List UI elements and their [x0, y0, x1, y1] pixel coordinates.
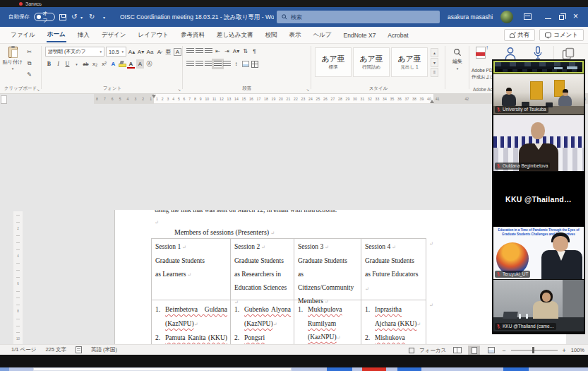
first-line-indent-marker[interactable]	[152, 95, 156, 98]
start-button[interactable]	[0, 367, 9, 371]
print-layout-button[interactable]	[468, 346, 480, 355]
zoom-level[interactable]: 100%	[571, 347, 584, 353]
zoom-out-button[interactable]: −	[502, 347, 505, 354]
taskbar-search-box[interactable]	[33, 367, 292, 371]
zoom-slider-handle[interactable]	[532, 347, 534, 353]
save-button[interactable]	[59, 14, 66, 20]
clipboard-dialog-launcher-icon[interactable]: ↘	[37, 88, 40, 92]
character-border-button[interactable]: A	[174, 48, 181, 56]
restore-button[interactable]	[559, 15, 564, 20]
undo-button[interactable]: ↺	[71, 12, 77, 22]
video-tile-tsukuba[interactable]: University of Tsukuba	[493, 74, 584, 114]
align-center-button[interactable]	[196, 59, 203, 69]
page-indicator[interactable]: 1/1 ページ	[11, 346, 36, 353]
superscript-button[interactable]: x²	[100, 59, 108, 69]
menu-tab-4[interactable]: デザイン	[101, 29, 127, 42]
editing-button[interactable]: 編集 ▾	[448, 48, 467, 71]
menu-tab-9[interactable]: 表示	[288, 29, 301, 42]
paragraph-dialog-launcher-icon[interactable]: ↘	[306, 88, 309, 92]
justify-button[interactable]	[214, 59, 222, 69]
word-count[interactable]: 225 文字	[45, 346, 66, 353]
shrink-font-button[interactable]: A▾	[137, 47, 145, 57]
taskbar-app-icon[interactable]	[362, 367, 386, 371]
zoom-slider[interactable]	[511, 350, 558, 351]
shading-button[interactable]	[241, 59, 249, 69]
comments-button[interactable]: コメント	[539, 29, 584, 41]
format-painter-button[interactable]: ✎	[25, 70, 33, 79]
styles-scroll-down-icon[interactable]: ▾	[431, 58, 438, 67]
search-box[interactable]: 検索	[277, 11, 440, 23]
menu-tab-6[interactable]: 参考資料	[180, 29, 205, 42]
adobe-pdf-icon[interactable]	[476, 47, 486, 59]
strikethrough-button[interactable]: ab	[82, 59, 90, 69]
change-case-button[interactable]: Aa	[146, 47, 154, 57]
menu-tab-2[interactable]: ホーム	[47, 28, 66, 42]
show-formatting-marks-button[interactable]: ¶	[251, 47, 258, 56]
web-layout-button[interactable]	[485, 346, 497, 355]
redo-button[interactable]: ↻	[89, 12, 95, 22]
menu-tab-8[interactable]: 校閲	[264, 29, 277, 42]
right-indent-marker[interactable]	[430, 100, 434, 103]
page-nav-icon[interactable]	[1, 95, 7, 104]
minimize-button[interactable]	[545, 18, 551, 19]
highlight-button[interactable]	[119, 61, 126, 67]
style-normal[interactable]: あア亜 標準	[315, 47, 352, 77]
style-no-spacing[interactable]: あア亜 行間詰め	[353, 47, 390, 77]
font-color-button[interactable]: A	[127, 59, 135, 69]
video-tile-teruyuki[interactable]: Education in a Time of Pandemic Through …	[493, 227, 584, 279]
read-mode-button[interactable]	[451, 346, 463, 355]
proofing-status-icon[interactable]	[76, 346, 82, 353]
align-right-button[interactable]	[205, 59, 212, 69]
enclose-characters-button[interactable]: Ⓐ	[145, 59, 153, 69]
video-tile-classroom[interactable]	[493, 61, 584, 73]
close-button[interactable]: ×	[573, 11, 578, 21]
menu-tab-3[interactable]: 挿入	[77, 29, 90, 42]
underline-caret-icon[interactable]: ▾	[73, 59, 80, 69]
quick-access-dropdown-icon[interactable]: ▾	[103, 15, 105, 20]
distribute-button[interactable]	[223, 59, 231, 69]
style-heading-1[interactable]: あア亜 見出し 1	[391, 47, 428, 77]
phonetic-guide-button[interactable]: 亜	[164, 47, 172, 57]
text-effects-button[interactable]: A	[109, 59, 117, 69]
cut-button[interactable]: ✂	[25, 47, 33, 57]
subscript-button[interactable]: x₂	[91, 59, 99, 69]
sort-button[interactable]: ⇅	[241, 47, 249, 56]
language-indicator[interactable]: 英語 (米国)	[91, 346, 117, 353]
menu-tab-11[interactable]: EndNote X7	[343, 30, 377, 41]
styles-scroll-up-icon[interactable]: ▴	[431, 48, 438, 57]
paste-button[interactable]: 貼り付け ▾	[2, 47, 23, 78]
clear-formatting-button[interactable]: A̷	[155, 47, 163, 57]
font-dialog-launcher-icon[interactable]: ↘	[178, 88, 181, 92]
autosave-toggle[interactable]: オフ	[34, 13, 55, 21]
taskbar-app-icon[interactable]	[503, 367, 529, 371]
video-tile-kku-room[interactable]: KKU @Thailand (came…	[493, 280, 584, 331]
borders-button[interactable]	[251, 59, 258, 69]
person-icon[interactable]	[504, 47, 517, 61]
menu-tab-12[interactable]: Acrobat	[387, 30, 409, 41]
italic-button[interactable]: I	[54, 59, 62, 69]
undo-dropdown-caret-icon[interactable]: ▾	[80, 15, 83, 20]
taskbar-app-icon[interactable]	[327, 367, 352, 371]
share-button[interactable]: 共有	[504, 29, 535, 41]
grow-font-button[interactable]: A▴	[128, 47, 136, 57]
video-tile-guldana[interactable]: Guldana Begimbetova	[493, 115, 584, 171]
asian-layout-button[interactable]: A▾	[232, 47, 240, 56]
increase-indent-button[interactable]: ⇥	[223, 47, 231, 56]
attach-to-review-icon[interactable]	[562, 47, 575, 60]
character-shading-button[interactable]: A	[136, 59, 144, 69]
font-name-select[interactable]: 游明朝 (本文のフ ▾	[45, 47, 104, 57]
menu-tab-10[interactable]: ヘルプ	[312, 29, 332, 42]
numbering-button[interactable]	[196, 47, 203, 56]
menu-tab-5[interactable]: レイアウト	[138, 29, 170, 42]
menu-tab-7[interactable]: 差し込み文書	[216, 29, 253, 42]
video-tile-kku-name[interactable]: KKU @Thailand…	[493, 172, 584, 226]
zoom-in-button[interactable]: +	[563, 347, 566, 354]
bullets-button[interactable]	[186, 47, 194, 56]
underline-button[interactable]: U	[64, 59, 71, 69]
focus-mode-button[interactable]: フォーカス	[419, 347, 446, 354]
taskbar-app-icon[interactable]	[397, 367, 421, 371]
font-size-select[interactable]: 10.5 ▾	[106, 47, 126, 57]
copy-button[interactable]: ⧉	[25, 59, 33, 68]
multilevel-list-button[interactable]	[205, 47, 212, 56]
menu-tab-1[interactable]: ファイル	[10, 29, 36, 42]
